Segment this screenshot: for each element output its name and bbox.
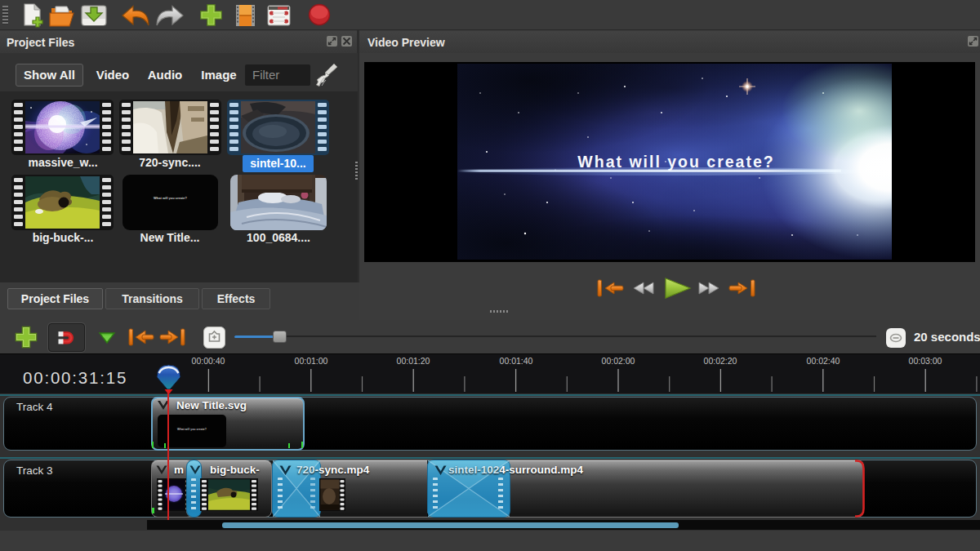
svg-text:What will you create?: What will you create? [577, 153, 774, 171]
